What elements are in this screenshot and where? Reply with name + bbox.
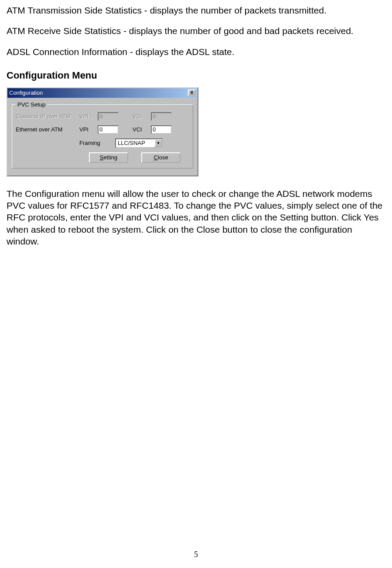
label-classical-ip: Classical IP over ATM — [16, 113, 77, 120]
label-vci-2: VCI — [133, 126, 148, 133]
configuration-dialog: Configuration X PVC Setup Classical IP o… — [7, 87, 198, 176]
label-ethernet-atm: Ethernet over ATM — [16, 126, 77, 133]
heading-configuration-menu: Configuration Menu — [7, 70, 385, 81]
paragraph-atm-rx: ATM Receive Side Statistics - displays t… — [7, 25, 385, 37]
label-framing: Framing — [79, 140, 106, 146]
label-vpi-2: VPI — [79, 126, 95, 133]
input-vpi-1 — [98, 112, 119, 121]
paragraph-atm-tx: ATM Transmission Side Statistics - displ… — [7, 4, 385, 16]
select-framing[interactable]: LLC/SNAP ▼ — [115, 138, 163, 148]
dialog-close-button[interactable]: X — [188, 90, 196, 96]
row-classical-ip: Classical IP over ATM VPI : VCI : — [16, 112, 189, 121]
dialog-button-row: Setting Close — [16, 152, 189, 163]
dialog-titlebar: Configuration X — [7, 88, 198, 98]
dialog-body: PVC Setup Classical IP over ATM VPI : VC… — [7, 98, 198, 176]
chevron-down-icon: ▼ — [154, 139, 162, 147]
close-button-rest: lose — [158, 154, 168, 161]
page-number: 5 — [0, 550, 392, 559]
input-vci-2[interactable] — [151, 125, 172, 134]
input-vci-1 — [151, 112, 172, 121]
paragraph-adsl-conn: ADSL Connection Information - displays t… — [7, 46, 385, 58]
input-vpi-2[interactable] — [98, 125, 119, 134]
pvc-setup-groupbox: PVC Setup Classical IP over ATM VPI : VC… — [12, 101, 193, 169]
label-vci-1: VCI : — [133, 113, 148, 120]
groupbox-legend: PVC Setup — [16, 101, 47, 108]
label-vpi-1: VPI : — [79, 113, 95, 120]
select-framing-value: LLC/SNAP — [118, 140, 145, 146]
paragraph-config-desc: The Configuration menu will allow the us… — [7, 188, 385, 247]
close-button[interactable]: Close — [141, 152, 181, 163]
row-ethernet-atm: Ethernet over ATM VPI VCI — [16, 125, 189, 134]
setting-button-rest: etting — [103, 154, 117, 161]
dialog-title: Configuration — [9, 90, 43, 96]
setting-button[interactable]: Setting — [89, 152, 128, 163]
row-framing: Framing LLC/SNAP ▼ — [16, 138, 189, 148]
